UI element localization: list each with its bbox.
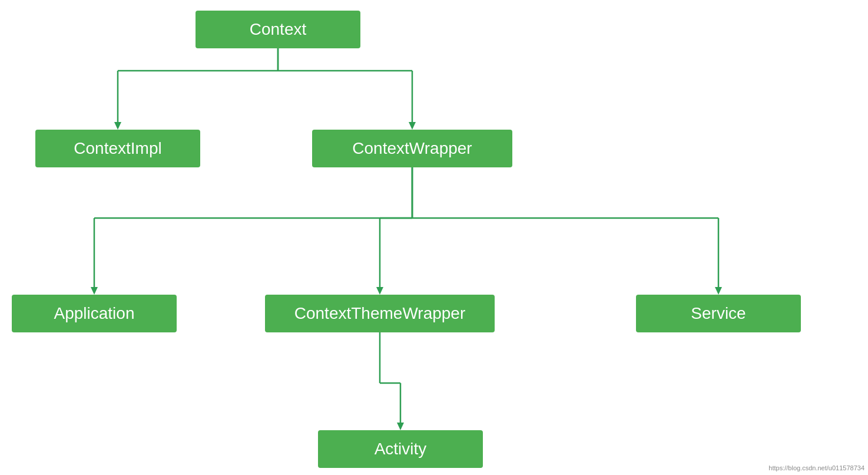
svg-marker-3 — [114, 122, 121, 130]
svg-marker-11 — [91, 287, 98, 295]
connectors-svg — [0, 0, 868, 475]
svg-marker-7 — [409, 122, 416, 130]
contextthemewrapper-node: ContextThemeWrapper — [265, 295, 495, 332]
contextimpl-node: ContextImpl — [35, 130, 200, 167]
svg-marker-19 — [715, 287, 722, 295]
activity-node: Activity — [318, 430, 483, 468]
application-node: Application — [12, 295, 177, 332]
svg-marker-15 — [376, 287, 383, 295]
svg-marker-23 — [397, 423, 404, 430]
context-node: Context — [196, 11, 360, 48]
contextwrapper-node: ContextWrapper — [312, 130, 512, 167]
service-node: Service — [636, 295, 801, 332]
watermark: https://blog.csdn.net/u011578734 — [768, 464, 864, 471]
diagram-container: Context ContextImpl ContextWrapper Appli… — [0, 0, 868, 475]
